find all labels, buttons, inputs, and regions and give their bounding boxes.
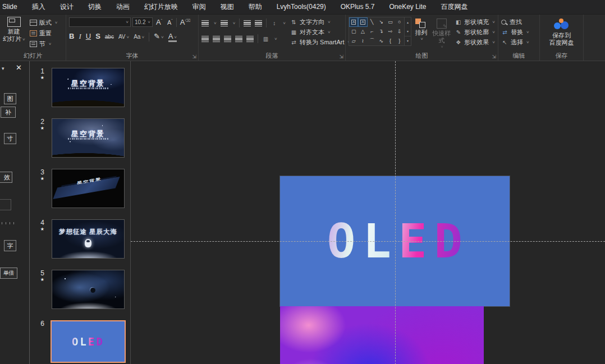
tab-transitions[interactable]: 切换 [81, 0, 109, 14]
tool-image-button[interactable]: 图 [4, 93, 16, 104]
bold-button[interactable]: B [69, 32, 74, 40]
tab-design[interactable]: 设计 [53, 0, 81, 14]
tab-slide[interactable]: Slide [0, 0, 25, 14]
shape-rectangle-icon[interactable]: ▭ [386, 17, 395, 27]
gallery-more-icon[interactable]: ▾ [405, 36, 411, 45]
font-name-combo[interactable]: ˅ [69, 17, 131, 27]
shape-scribble-icon[interactable]: ≀ [358, 36, 367, 45]
slide-thumbnail-3[interactable]: 星空背景 [52, 169, 125, 208]
slide-editing-canvas[interactable]: OLED [131, 61, 605, 364]
chevron-down-icon: ˅ [441, 44, 443, 50]
shape-freeform-icon[interactable]: ▱ [349, 36, 358, 45]
replace-button[interactable]: ⇄ 替换 ˅ [501, 27, 537, 37]
tool-font-button[interactable]: 字 [4, 240, 16, 251]
horizontal-guide-line[interactable] [131, 241, 605, 242]
shape-textbox-icon[interactable]: A [349, 17, 358, 27]
text-direction-button[interactable]: ⇅ 文字方向 ˅ [290, 18, 350, 26]
font-dialog-launcher[interactable]: ⇲ [192, 54, 196, 59]
decrease-indent-icon[interactable] [244, 20, 251, 26]
shape-triangle-icon[interactable]: △ [358, 27, 367, 36]
highlight-color-button[interactable]: ✎˅ [154, 32, 164, 40]
section-button[interactable]: 节 ˅ [30, 39, 58, 49]
chevron-down-icon: ˅ [526, 30, 529, 35]
shape-arrow-down-icon[interactable]: ⇩ [395, 27, 404, 36]
find-button[interactable]: 查找 [501, 17, 537, 27]
bullets-icon[interactable] [201, 20, 209, 26]
distribute-icon[interactable] [246, 36, 254, 42]
shape-curve-icon[interactable]: ∿ [377, 36, 386, 45]
gallery-scroll-down-icon[interactable]: ▾ [405, 26, 411, 35]
drawing-dialog-launcher[interactable]: ⇲ [492, 54, 496, 59]
shape-elbow-arrow-icon[interactable]: ↴ [377, 27, 386, 36]
new-slide-button[interactable]: 新建 幻灯片˅ [3, 17, 25, 52]
tab-help[interactable]: 帮助 [241, 0, 269, 14]
tab-lvyhtools[interactable]: LvyhTools(0429) [269, 0, 333, 14]
shape-oval-icon[interactable]: ○ [395, 17, 404, 27]
shape-arrow-right-icon[interactable]: ⇨ [386, 27, 395, 36]
columns-icon[interactable]: ▥ [262, 36, 269, 42]
slide-thumbnail-1[interactable]: 星空背景 [52, 68, 125, 107]
tool-size-button[interactable]: 寸 [4, 133, 16, 144]
chevron-down-icon: ˅ [233, 21, 236, 26]
tab-onekey-lite[interactable]: OneKey Lite [382, 0, 433, 14]
shape-outline-button[interactable]: ✎ 形状轮廓 ˅ [455, 28, 495, 36]
shape-effects-button[interactable]: ❖ 形状效果 ˅ [455, 38, 495, 47]
tool-single-spacing-button[interactable]: 单倍 [0, 268, 17, 279]
change-case-button[interactable]: Aa˅ [134, 34, 144, 40]
grow-font-button[interactable]: Aˆ [154, 18, 164, 26]
increase-indent-icon[interactable] [255, 20, 262, 26]
tab-okplus[interactable]: OKPlus 5.7 [333, 0, 382, 14]
slide-thumbnail-6-selected[interactable]: OLED [51, 320, 126, 363]
slide-thumbnail-4[interactable]: 梦想征途 星辰大海 [52, 219, 125, 259]
slide-thumbnail-2[interactable]: 星空背景 [52, 118, 125, 158]
italic-button[interactable]: I [79, 32, 81, 41]
shape-vertical-textbox-icon[interactable]: A [358, 17, 367, 27]
reset-button[interactable]: 重置 [30, 29, 58, 38]
tab-animations[interactable]: 动画 [109, 0, 137, 14]
shape-fill-button[interactable]: ◧ 形状填充 ˅ [455, 18, 495, 26]
shape-arrow-line-icon[interactable]: ↘ [377, 17, 386, 27]
shrink-font-button[interactable]: Aˇ [166, 19, 175, 26]
tab-slideshow[interactable]: 幻灯片放映 [137, 0, 185, 14]
align-right-icon[interactable] [224, 36, 231, 42]
paragraph-dialog-launcher[interactable]: ⇲ [339, 54, 343, 59]
tab-baidu-netdisk[interactable]: 百度网盘 [434, 0, 475, 14]
clear-formatting-button[interactable]: A⌫ [178, 18, 192, 26]
text-shadow-button[interactable]: S [95, 32, 100, 40]
shape-rounded-rectangle-icon[interactable]: ▢ [349, 27, 358, 36]
character-spacing-button[interactable]: AV˅ [118, 34, 129, 40]
quick-styles-button[interactable]: 快速样式 ˅ [431, 17, 452, 52]
convert-smartart-button[interactable]: ⇄ 转换为 SmartArt ˅ [290, 38, 350, 47]
align-text-button[interactable]: ▦ 对齐文本 ˅ [290, 28, 350, 36]
select-button[interactable]: ↖ 选择 ˅ [501, 37, 537, 47]
tab-insert[interactable]: 插入 [25, 0, 53, 14]
tool-effect-button[interactable]: 效 [0, 172, 12, 183]
shape-right-brace-icon[interactable]: } [395, 36, 404, 45]
tab-view[interactable]: 视图 [213, 0, 241, 14]
strikethrough-button[interactable]: abc [105, 34, 114, 40]
save-to-baidu-button[interactable]: 保存到 百度网盘 [549, 17, 574, 52]
layout-button[interactable]: 版式 ˅ [30, 18, 58, 27]
align-left-icon[interactable] [201, 36, 209, 42]
tab-review[interactable]: 审阅 [185, 0, 213, 14]
vertical-guide-line[interactable] [395, 61, 396, 364]
tool-patch-button[interactable]: 补 [1, 107, 16, 118]
shape-elbow-connector-icon[interactable]: ⌐ [368, 27, 377, 36]
panel-collapse-icon[interactable]: ▾ [2, 66, 4, 71]
line-spacing-icon[interactable]: ↕ [271, 20, 278, 26]
slide-thumbnail-5[interactable] [52, 270, 125, 309]
arrange-button[interactable]: 排列 ˅ [414, 17, 428, 52]
font-color-button[interactable]: A˅ [168, 32, 177, 42]
gallery-scroll-up-icon[interactable]: ▴ [405, 17, 411, 26]
shape-arc-icon[interactable]: ⌒ [368, 36, 377, 45]
gradient-shape-offslide[interactable] [280, 306, 484, 364]
shape-line-icon[interactable]: ╲ [368, 17, 377, 27]
font-size-combo[interactable]: 10.2 ˅ [132, 17, 153, 27]
underline-button[interactable]: U [86, 32, 91, 40]
align-center-icon[interactable] [213, 36, 220, 42]
panel-close-icon[interactable]: ✕ [16, 63, 22, 72]
numbering-icon[interactable] [221, 20, 228, 26]
chevron-down-icon: ˅ [214, 21, 217, 26]
shape-left-brace-icon[interactable]: { [386, 36, 395, 45]
justify-icon[interactable] [235, 36, 242, 42]
